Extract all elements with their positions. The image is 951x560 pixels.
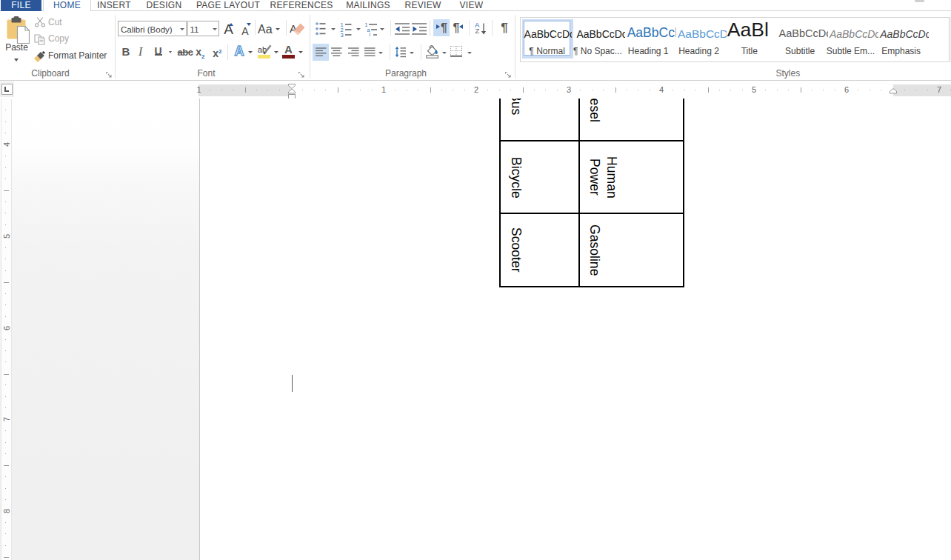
svg-text:i: i <box>370 32 371 36</box>
svg-text:3: 3 <box>340 32 343 38</box>
svg-text:1: 1 <box>365 21 368 27</box>
